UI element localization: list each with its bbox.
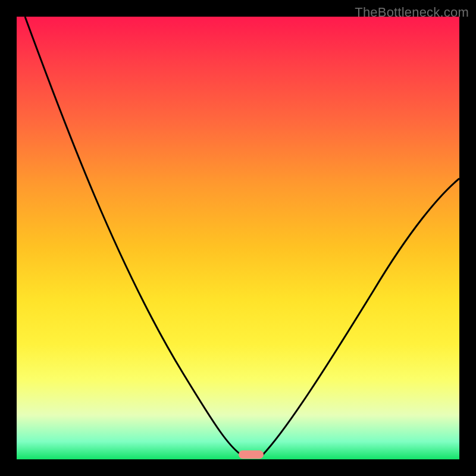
bottleneck-curve	[17, 17, 459, 459]
watermark-text: TheBottleneck.com	[355, 5, 469, 20]
optimal-marker	[239, 450, 264, 459]
plot-area	[17, 17, 459, 459]
